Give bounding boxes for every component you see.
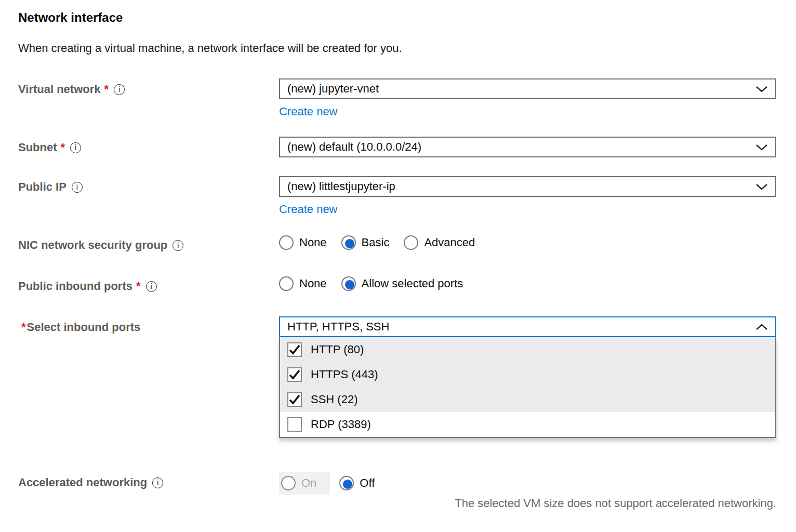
chevron-down-icon [755,86,768,92]
info-icon[interactable]: i [173,240,183,251]
public-ip-dropdown[interactable]: (new) littlestjupyter-ip [279,176,776,197]
info-icon[interactable]: i [152,477,163,488]
accelerated-networking-row: Accelerated networking i On Off The sele… [18,472,776,510]
subnet-label: Subnet* i [18,140,81,155]
info-icon[interactable]: i [146,281,157,292]
subnet-value: (new) default (10.0.0.0/24) [287,140,749,154]
virtual-network-dropdown[interactable]: (new) jupyter-vnet [279,78,776,99]
section-description: When creating a virtual machine, a netwo… [18,42,776,55]
public-ip-label: Public IP i [18,180,83,194]
public-inbound-ports-option-allow[interactable]: Allow selected ports [341,275,463,292]
nic-nsg-option-none[interactable]: None [279,234,327,251]
radio-button-selected-icon [341,276,356,291]
select-inbound-ports-label: *Select inbound ports [21,320,140,335]
subnet-row: Subnet* i (new) default (10.0.0.0/24) [18,137,776,157]
checkbox-unchecked-icon [287,417,302,432]
required-asterisk: * [61,140,65,155]
checkbox-checked-icon [287,367,302,382]
subnet-dropdown[interactable]: (new) default (10.0.0.0/24) [279,137,776,157]
radio-button-icon [279,276,294,291]
accelerated-networking-option-off[interactable]: Off [339,475,375,491]
checkbox-checked-icon [287,392,302,407]
public-ip-create-new-link[interactable]: Create new [279,203,338,216]
virtual-network-label: Virtual network* i [18,82,125,97]
public-inbound-ports-option-none[interactable]: None [279,275,327,292]
chevron-down-icon [755,144,768,151]
network-interface-section: Network interface When creating a virtua… [0,0,796,510]
inbound-port-option-rdp[interactable]: RDP (3389) [280,412,775,437]
virtual-network-value: (new) jupyter-vnet [287,82,749,96]
accelerated-networking-note: The selected VM size does not support ac… [279,496,776,510]
nic-nsg-row: NIC network security group i None Basic … [18,234,776,252]
accelerated-networking-label: Accelerated networking i [18,475,163,490]
radio-button-selected-icon [341,235,356,250]
required-asterisk: * [21,320,26,335]
chevron-down-icon [755,183,768,190]
radio-button-icon [404,235,418,250]
nic-nsg-radio-group: None Basic Advanced [279,234,776,251]
info-icon[interactable]: i [70,142,81,153]
public-inbound-ports-row: Public inbound ports* i None Allow selec… [18,275,776,294]
nic-nsg-option-basic[interactable]: Basic [341,234,390,251]
select-inbound-ports-value: HTTP, HTTPS, SSH [287,320,749,334]
nic-nsg-label: NIC network security group i [18,238,183,252]
inbound-port-option-https[interactable]: HTTPS (443) [280,362,775,387]
accelerated-networking-toggle: On Off [279,472,776,495]
checkbox-checked-icon [287,342,302,357]
public-inbound-ports-label: Public inbound ports* i [18,279,157,294]
public-ip-row: Public IP i (new) littlestjupyter-ip Cre… [18,176,776,216]
info-icon[interactable]: i [114,84,125,95]
inbound-ports-option-list: HTTP (80) HTTPS (443) SSH (22) RDP [279,337,776,438]
virtual-network-create-new-link[interactable]: Create new [279,105,338,118]
radio-button-icon [279,235,294,250]
public-ip-value: (new) littlestjupyter-ip [287,180,749,193]
chevron-up-icon [755,324,768,330]
info-icon[interactable]: i [72,182,83,193]
accelerated-networking-option-on: On [279,472,330,495]
required-asterisk: * [104,82,109,97]
inbound-port-option-http[interactable]: HTTP (80) [280,337,775,362]
select-inbound-ports-dropdown[interactable]: HTTP, HTTPS, SSH [279,316,776,337]
radio-button-selected-icon [339,476,354,490]
select-inbound-ports-row: *Select inbound ports HTTP, HTTPS, SSH H… [18,316,776,438]
inbound-port-option-ssh[interactable]: SSH (22) [280,387,775,412]
required-asterisk: * [136,279,141,294]
public-inbound-ports-radio-group: None Allow selected ports [279,275,776,292]
nic-nsg-option-advanced[interactable]: Advanced [404,234,475,251]
virtual-network-row: Virtual network* i (new) jupyter-vnet Cr… [18,78,776,118]
section-title: Network interface [18,10,776,25]
radio-button-disabled-icon [281,476,296,490]
